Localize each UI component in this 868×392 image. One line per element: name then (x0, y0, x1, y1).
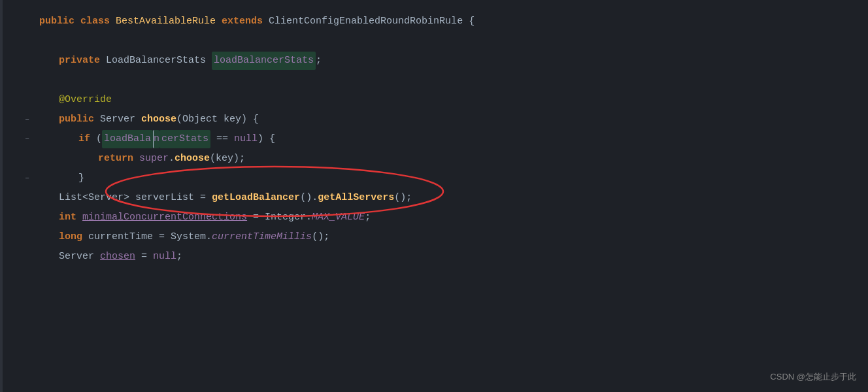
token-super: super (139, 150, 169, 167)
code-line-13: Server chosen = null ; (39, 247, 868, 267)
token-baseclass: ClientConfigEnabledRoundRobinRule (269, 13, 469, 30)
token-paren9: (); (312, 229, 329, 246)
token-long: long (59, 229, 88, 246)
token-maxvalue: MAX_VALUE (312, 209, 365, 226)
token-server: Server (100, 111, 141, 128)
code-line-5: @Override (39, 90, 868, 110)
token-annotation: @Override (59, 91, 112, 108)
token-eq: == (210, 131, 234, 148)
fold-icon-2[interactable]: – (25, 133, 29, 146)
token-brace: { (469, 13, 475, 30)
token-object: Object (182, 111, 224, 128)
token-lt: < (82, 189, 88, 206)
token-paren6: ); (233, 150, 245, 167)
code-line-3: private LoadBalancerStats loadBalancerSt… (39, 51, 868, 71)
code-line-10: List < Server > serverList = getLoadBala… (39, 188, 868, 208)
token-paren5: ( (210, 150, 216, 167)
token-null: null (234, 131, 258, 148)
code-line-9: – } (39, 169, 868, 188)
token-return: return (98, 150, 139, 167)
token-paren4: ) { (258, 131, 275, 148)
token-extends: extends (222, 13, 269, 30)
code-line-4 (39, 71, 868, 90)
fold-icon-1[interactable]: – (25, 113, 29, 127)
token-int: int (59, 209, 82, 226)
token-currenttimemillis: currentTimeMillis (212, 229, 312, 246)
code-area: public class BestAvailableRule extends C… (0, 0, 868, 392)
token-paren1: ( (176, 111, 182, 128)
code-line-7: – if ( loadBalancerStats == null ) { (39, 129, 868, 149)
token-assign2: = (247, 209, 265, 226)
token-dot3: . (206, 229, 212, 246)
token-class: class (80, 13, 116, 30)
token-classname: BestAvailableRule (116, 13, 222, 30)
token-paren8: (); (394, 189, 412, 206)
token-system: System (171, 229, 206, 246)
token-serverlist: serverList (135, 189, 194, 206)
token-if: if (78, 131, 96, 148)
code-line-12: long currentTime = System . currentTimeM… (39, 227, 868, 247)
code-line-2 (39, 31, 868, 51)
code-line-11: int minimalConcurrentConnections = Integ… (39, 208, 868, 227)
token-dot1: . (169, 150, 175, 167)
token-method-choose2: choose (175, 150, 210, 167)
token-key2: key (216, 150, 233, 167)
token-gt: > (124, 189, 135, 206)
token-paren3: ( (96, 131, 102, 148)
token-public2: public (59, 111, 100, 128)
token-lbs-var2: cerStats (159, 130, 210, 148)
token-private: private (59, 52, 106, 69)
code-line-1: public class BestAvailableRule extends C… (39, 12, 868, 31)
token-server2: Server (88, 189, 124, 206)
token-public: public (39, 13, 80, 30)
token-dot2: . (306, 209, 312, 226)
token-minconn: minimalConcurrentConnections (82, 209, 247, 226)
token-paren2: ) { (241, 111, 259, 128)
token-param-key: key (224, 111, 241, 128)
token-paren7: (). (300, 189, 318, 206)
watermark: CSDN @怎能止步于此 (770, 371, 856, 383)
token-list: List (59, 189, 82, 206)
token-null2: null (153, 248, 176, 265)
token-assign4: = (135, 248, 153, 265)
code-line-6: – public Server choose ( Object key ) { (39, 110, 868, 129)
token-lbs-var: loadBala (102, 130, 153, 148)
cursor-mark: n (153, 130, 159, 148)
token-getallservers: getAllServers (318, 189, 394, 206)
token-assign1: = (194, 189, 212, 206)
token-close-brace1: } (78, 170, 84, 187)
token-method-choose: choose (141, 111, 176, 128)
token-type: LoadBalancerStats (106, 52, 212, 69)
token-semi3: ; (176, 248, 182, 265)
token-semi2: ; (365, 209, 371, 226)
token-var-highlighted: loadBalancerStats (212, 52, 316, 70)
token-chosen: chosen (100, 248, 135, 265)
token-currenttime: currentTime (88, 229, 153, 246)
code-line-8: return super . choose ( key ); (39, 149, 868, 169)
token-server3: Server (59, 248, 100, 265)
token-getlb: getLoadBalancer (212, 189, 300, 206)
token-assign3: = (153, 229, 171, 246)
token-semi: ; (316, 52, 322, 69)
fold-icon-3[interactable]: – (25, 172, 29, 186)
token-integer: Integer (265, 209, 306, 226)
